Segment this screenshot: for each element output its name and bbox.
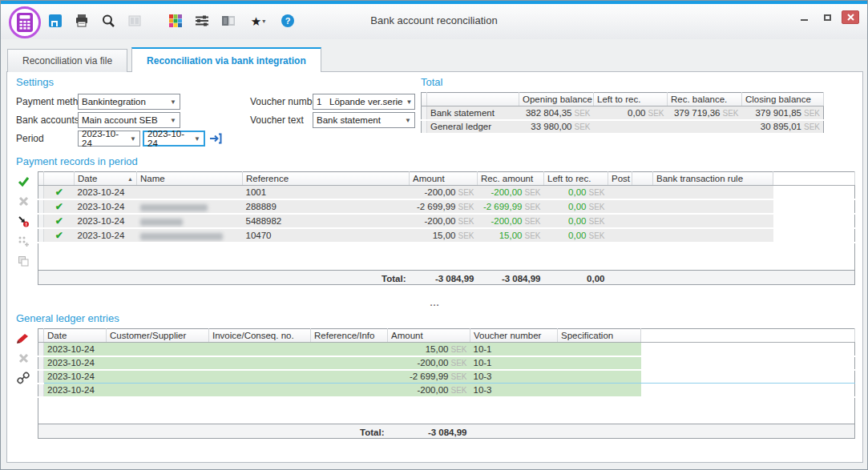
specification-cell xyxy=(558,343,641,356)
total-row[interactable]: General ledger33 980,00SEK30 895,01SEK xyxy=(422,120,824,134)
tab-reconciliation-via-bank-integration[interactable]: Reconciliation via bank integration xyxy=(131,47,321,72)
maximize-button[interactable] xyxy=(818,10,836,24)
total-filler xyxy=(608,270,855,284)
titlebar[interactable]: ★▾ ? Bank account reconciliation xyxy=(1,4,867,39)
header-cell-filler xyxy=(773,172,855,186)
rec-amount-cell: -200,00SEK xyxy=(478,186,544,200)
voucher-number-cell: 10-3 xyxy=(470,384,558,397)
payment-row[interactable]: ✔2023-10-245488982-200,00SEK-200,00SEK0,… xyxy=(38,214,855,228)
gl-row[interactable]: 2023-10-24-2 699,99SEK10-3 xyxy=(38,370,855,384)
header-cell-rec-amount[interactable]: Rec. amount xyxy=(478,172,544,186)
gl-row[interactable]: 2023-10-2415,00SEK10-1 xyxy=(38,343,855,356)
header-cell-invoice-conseq-no[interactable]: Invoice/Conseq. no. xyxy=(209,329,311,343)
header-cell-reference-info[interactable]: Reference/Info xyxy=(311,329,388,343)
link-icon[interactable] xyxy=(17,372,30,384)
total-label: Total: xyxy=(38,424,388,439)
close-button[interactable] xyxy=(842,10,859,24)
header-cell-customer-supplier[interactable]: Customer/Supplier xyxy=(107,329,209,343)
general-ledger-table: DateCustomer/SupplierInvoice/Conseq. no.… xyxy=(38,328,855,439)
name-cell xyxy=(137,228,243,243)
payment-row[interactable]: ✔2023-10-241001-200,00SEK-200,00SEK0,00S… xyxy=(38,186,855,200)
header-cell-name[interactable]: Name xyxy=(137,172,243,186)
left-to-rec-cell: 0,00SEK xyxy=(544,199,608,214)
filler-cell xyxy=(641,384,855,397)
payment-total-row: Total:-3 084,99-3 084,990,00 xyxy=(38,270,855,284)
reference-info-cell xyxy=(311,356,388,370)
add-rows-icon[interactable] xyxy=(17,235,30,247)
voucher-text-select[interactable]: Bank statement▼ xyxy=(313,112,415,128)
voucher-text-label: Voucher text xyxy=(250,114,304,126)
total-row[interactable]: Bank statement382 804,35SEK0,00SEK379 71… xyxy=(422,106,824,120)
match-approve-icon[interactable] xyxy=(17,175,30,187)
payment-method-select[interactable]: Bankintegration▼ xyxy=(78,94,180,110)
exclude-record-icon[interactable] xyxy=(17,215,30,227)
customer-supplier-cell xyxy=(107,370,209,384)
header-cell-indicator xyxy=(38,329,44,343)
header-cell-bank-transaction-rule[interactable]: Bank transaction rule xyxy=(653,172,773,186)
header-cell-rec-balance-[interactable]: Rec. balance. xyxy=(668,93,742,106)
filler-cell xyxy=(773,186,855,200)
bank-accounts-label: Bank accounts xyxy=(16,114,79,126)
section-splitter-handle[interactable]: ... xyxy=(7,299,862,306)
amount-cell xyxy=(594,120,668,134)
bank-accounts-select[interactable]: Main account SEB▼ xyxy=(78,112,180,128)
gl-row[interactable]: 2023-10-24-200,00SEK10-3 xyxy=(38,384,855,397)
header-cell-amount[interactable]: Amount xyxy=(388,329,470,343)
minimize-button[interactable] xyxy=(795,10,813,24)
post-cell xyxy=(608,199,632,214)
amount-cell: -2 699,99SEK xyxy=(410,199,478,214)
voucher-number-cell: 10-3 xyxy=(470,370,558,384)
amount-cell: -200,00SEK xyxy=(410,186,478,200)
copy-icon[interactable] xyxy=(17,255,30,267)
payment-row[interactable]: ✔2023-10-241047015,00SEK15,00SEK0,00SEK xyxy=(38,228,855,243)
header-cell-left-to-rec-[interactable]: Left to rec. xyxy=(594,93,668,106)
apply-period-button[interactable] xyxy=(208,131,224,147)
tab-reconciliation-via-file[interactable]: Reconciliation via file xyxy=(7,49,127,72)
chevron-down-icon: ▼ xyxy=(402,98,412,106)
highlight-pen-icon[interactable] xyxy=(17,331,30,344)
header-cell-specification[interactable]: Specification xyxy=(558,329,641,343)
bank-transaction-rule-cell xyxy=(653,186,773,200)
delete-entry-icon[interactable] xyxy=(17,351,30,364)
header-cell-misc[interactable] xyxy=(632,172,653,186)
header-cell-date[interactable]: Date▲ xyxy=(75,172,137,186)
period-from-select[interactable]: 2023-10-24▼ xyxy=(78,131,140,147)
header-cell-filler xyxy=(641,329,855,343)
header-cell-closing-balance[interactable]: Closing balance xyxy=(742,93,824,106)
minimize-icon xyxy=(801,19,808,21)
filler-cell xyxy=(641,343,855,356)
header-cell-opening-balance[interactable]: Opening balance xyxy=(519,93,594,106)
spacer-cell xyxy=(38,397,855,424)
payment-row[interactable]: ✔2023-10-24288889-2 699,99SEK-2 699,99SE… xyxy=(38,199,855,214)
header-cell-date[interactable]: Date xyxy=(44,329,107,343)
filler-cell xyxy=(641,370,855,384)
header-cell-voucher-number[interactable]: Voucher number xyxy=(470,329,558,343)
customer-supplier-cell xyxy=(107,384,209,397)
header-cell-left-to-rec[interactable]: Left to rec. xyxy=(544,172,608,186)
gl-row[interactable]: 2023-10-24-200,00SEK10-1 xyxy=(38,356,855,370)
tab-bar: Reconciliation via file Reconciliation v… xyxy=(7,47,321,72)
payment-records-title: Payment records in period xyxy=(16,155,138,167)
reference-cell: 10470 xyxy=(243,228,410,243)
header-cell-post[interactable]: Post xyxy=(608,172,632,186)
amount-cell: -2 699,99SEK xyxy=(388,370,470,384)
unmatch-delete-icon[interactable] xyxy=(17,195,30,207)
period-to-select[interactable]: 2023-10-24▼ xyxy=(143,131,205,147)
header-cell-amount[interactable]: Amount xyxy=(410,172,478,186)
filler-cell xyxy=(773,214,855,228)
header-cell-reference[interactable]: Reference xyxy=(243,172,410,186)
header-cell-checked[interactable] xyxy=(44,172,75,186)
voucher-number-series-select[interactable]: 1 Löpande ver.serie▼ xyxy=(313,94,415,110)
bank-transaction-rule-cell xyxy=(653,214,773,228)
bank-transaction-rule-cell xyxy=(653,199,773,214)
chevron-down-icon: ▼ xyxy=(167,117,176,124)
general-ledger-toolbar xyxy=(14,331,33,384)
total-amount: -3 084,99 xyxy=(388,424,470,439)
row-indicator xyxy=(38,343,44,356)
amount-cell: -200,00SEK xyxy=(388,356,470,370)
total-label: Total: xyxy=(38,270,410,284)
customer-supplier-cell xyxy=(107,343,209,356)
payment-header-row: Date▲NameReferenceAmountRec. amountLeft … xyxy=(38,172,855,186)
payment-records-toolbar xyxy=(14,175,33,267)
settings-title: Settings xyxy=(16,76,54,88)
